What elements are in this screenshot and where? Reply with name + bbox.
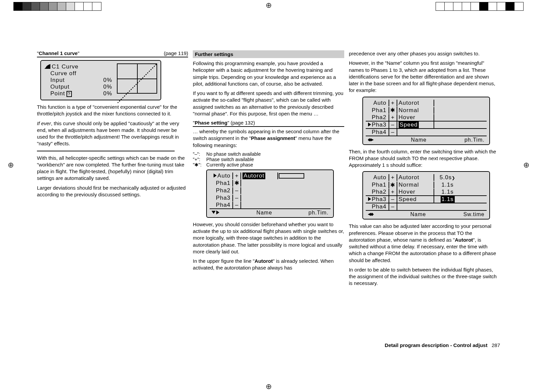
body-text: In the upper figure the line "Autorot" i… xyxy=(193,258,344,272)
body-text: If ever, this curve should only be appli… xyxy=(37,120,188,147)
reg-mark-bottom-icon: ⊕ xyxy=(265,383,273,391)
reg-mark-right-icon: ⊕ xyxy=(522,161,530,169)
nav-arrows-icon: ◀◆ xyxy=(368,211,373,217)
body-text: If you want to fly at different speeds a… xyxy=(193,90,344,117)
body-text: However, in the "Name" column you first … xyxy=(349,60,500,94)
section-heading: Further settings xyxy=(193,50,344,58)
body-text: This value can also be adjusted later ac… xyxy=(349,223,500,264)
reg-mark-top-icon: ⊕ xyxy=(265,1,273,9)
point-question-icon: ? xyxy=(66,91,72,97)
lcd-phase-setting: Auto+Autorot Pha1✱ Pha2– Pha3– Pha4– Nam… xyxy=(206,169,334,218)
curve-icon xyxy=(44,64,50,69)
cursor-icon xyxy=(368,197,371,201)
svg-line-0 xyxy=(118,64,156,103)
nav-arrows-icon: ◆▶ xyxy=(368,137,373,143)
column-1: "Channel 1 curve" (page 119) C1 Curve Cu… xyxy=(37,50,188,290)
section-heading: "Channel 1 curve" (page 119) xyxy=(37,50,188,57)
divider xyxy=(37,151,175,151)
body-text: This function is a type of "convenient e… xyxy=(37,104,188,117)
lcd-c1-curve: C1 Curve Curve off Input0% Output0% Poin… xyxy=(40,60,161,100)
body-text: Following this programming example, you … xyxy=(193,60,344,87)
lcd-phase-names: Auto+Autorot Pha1✱Normal Pha2+Hover Pha3… xyxy=(362,97,490,145)
body-text: However, you should consider beforehand … xyxy=(193,221,344,255)
section-subheading: "Phase setting" (page 132) xyxy=(193,120,344,127)
symbol-legend: "–":No phase switch available "+":Phase … xyxy=(193,151,344,167)
curve-graph xyxy=(117,63,157,94)
body-text: … whereby the symbols appearing in the s… xyxy=(193,128,344,149)
right-arrow-icon xyxy=(216,210,219,214)
lcd-phase-swtime: Auto+Autorot5.0s❯ Pha1✱Normal1.1s Pha2+H… xyxy=(362,171,490,219)
page-ref: (page 119) xyxy=(164,50,188,56)
page-footer: Detail program description - Control adj… xyxy=(385,342,500,348)
column-2: Further settings Following this programm… xyxy=(193,50,344,290)
body-text: precedence over any other phases you ass… xyxy=(349,50,500,57)
reg-mark-left-icon: ⊕ xyxy=(7,161,15,169)
down-arrow-icon xyxy=(212,211,216,214)
cursor-icon xyxy=(368,122,371,127)
column-3: precedence over any other phases you ass… xyxy=(349,50,500,290)
cursor-icon xyxy=(214,174,217,178)
body-text: In order to be able to switch between th… xyxy=(349,266,500,287)
body-text: Then, in the fourth column, enter the sw… xyxy=(349,148,500,169)
body-text: Larger deviations should first be mechan… xyxy=(37,185,188,198)
body-text: With this, all helicopter-specific setti… xyxy=(37,155,188,182)
